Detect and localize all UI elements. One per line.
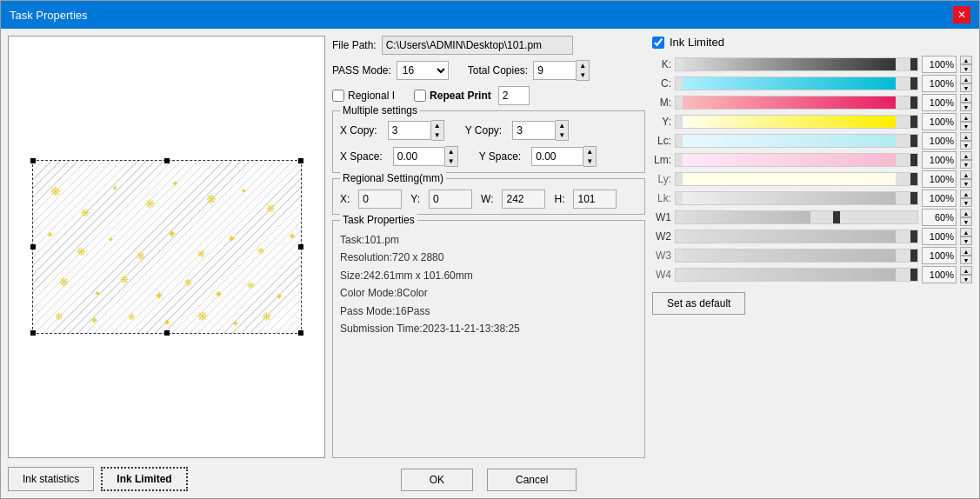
y-copy-up[interactable]: ▲ bbox=[556, 121, 568, 130]
ink-slider-track-lc[interactable] bbox=[675, 134, 918, 148]
ink-pct-input-y[interactable] bbox=[922, 113, 957, 130]
regional-print-checkbox[interactable] bbox=[332, 90, 344, 102]
ink-spinner-down-c[interactable]: ▼ bbox=[960, 83, 972, 92]
y-copy-down[interactable]: ▼ bbox=[556, 130, 568, 140]
ink-spinner-up-w2[interactable]: ▲ bbox=[960, 228, 972, 236]
ink-spinner-down-w1[interactable]: ▼ bbox=[960, 217, 972, 226]
ink-slider-track-m[interactable] bbox=[675, 96, 918, 110]
ink-spinner-down-m[interactable]: ▼ bbox=[960, 103, 972, 111]
ink-slider-thumb-lm[interactable] bbox=[910, 153, 917, 167]
svg-text:❋: ❋ bbox=[247, 281, 254, 290]
ink-pct-input-w2[interactable] bbox=[922, 228, 957, 245]
w-input[interactable] bbox=[502, 190, 545, 209]
ink-pct-input-w3[interactable] bbox=[922, 247, 957, 264]
h-input[interactable] bbox=[573, 190, 617, 209]
ink-spinner-down-ly[interactable]: ▼ bbox=[960, 179, 972, 188]
y-space-down[interactable]: ▼ bbox=[583, 156, 596, 166]
ok-button[interactable]: OK bbox=[401, 469, 473, 491]
corner-handle-mr[interactable] bbox=[298, 244, 303, 250]
x-space-up[interactable]: ▲ bbox=[445, 147, 457, 156]
ink-slider-thumb-w2[interactable] bbox=[910, 230, 917, 243]
cancel-button[interactable]: Cancel bbox=[487, 469, 577, 491]
ink-pct-input-m[interactable] bbox=[922, 94, 957, 111]
x-copy-up[interactable]: ▲ bbox=[431, 121, 443, 130]
x-space-input[interactable] bbox=[393, 147, 445, 166]
ink-slider-thumb-w1[interactable] bbox=[833, 210, 840, 224]
set-as-default-button[interactable]: Set as default bbox=[652, 292, 745, 315]
ink-spinner-up-lc[interactable]: ▲ bbox=[960, 132, 972, 141]
ink-spinner-up-lk[interactable]: ▲ bbox=[960, 190, 972, 198]
x-input[interactable] bbox=[358, 190, 402, 209]
ink-slider-thumb-lk[interactable] bbox=[910, 191, 917, 205]
ink-spinner-up-c[interactable]: ▲ bbox=[960, 75, 972, 83]
ink-slider-thumb-c[interactable] bbox=[910, 77, 917, 90]
repeat-print-input[interactable] bbox=[498, 86, 530, 105]
ink-spinner-up-k[interactable]: ▲ bbox=[960, 56, 972, 64]
ink-spinner-up-lm[interactable]: ▲ bbox=[960, 151, 972, 160]
ink-spinner-down-lm[interactable]: ▼ bbox=[960, 160, 972, 169]
y-copy-input[interactable] bbox=[512, 121, 556, 140]
corner-handle-tr[interactable] bbox=[298, 158, 303, 163]
repeat-print-checkbox[interactable] bbox=[414, 90, 426, 102]
ink-spinner-down-w3[interactable]: ▼ bbox=[960, 256, 972, 264]
corner-handle-tm[interactable] bbox=[164, 158, 170, 163]
ink-pct-input-lm[interactable] bbox=[922, 151, 957, 169]
y-space-up[interactable]: ▲ bbox=[583, 147, 596, 156]
ink-spinner-down-y[interactable]: ▼ bbox=[960, 122, 972, 130]
ink-slider-track-c[interactable] bbox=[675, 77, 918, 90]
ink-slider-track-w1[interactable] bbox=[675, 210, 918, 224]
corner-handle-bm[interactable] bbox=[164, 330, 170, 336]
ink-spinner-up-w4[interactable]: ▲ bbox=[960, 266, 972, 275]
ink-slider-track-lm[interactable] bbox=[675, 153, 918, 167]
ink-pct-input-lk[interactable] bbox=[922, 190, 957, 207]
ink-slider-track-w4[interactable] bbox=[675, 268, 918, 282]
ink-spinner-up-w3[interactable]: ▲ bbox=[960, 247, 972, 256]
ink-slider-thumb-ly[interactable] bbox=[910, 172, 917, 186]
total-copies-down[interactable]: ▼ bbox=[577, 70, 589, 80]
ink-spinner-up-m[interactable]: ▲ bbox=[960, 94, 972, 103]
file-path-input[interactable] bbox=[382, 36, 573, 55]
ink-slider-thumb-w4[interactable] bbox=[910, 268, 917, 282]
ink-slider-thumb-lc[interactable] bbox=[910, 134, 917, 148]
ink-slider-track-lk[interactable] bbox=[675, 191, 918, 205]
ink-limited-button[interactable]: Ink Limited bbox=[101, 467, 187, 491]
ink-pct-input-lc[interactable] bbox=[922, 132, 957, 150]
corner-handle-tl[interactable] bbox=[30, 158, 36, 163]
ink-spinner-up-ly[interactable]: ▲ bbox=[960, 170, 972, 179]
total-copies-up[interactable]: ▲ bbox=[577, 61, 589, 70]
corner-handle-ml[interactable] bbox=[30, 244, 36, 250]
ink-slider-track-y[interactable] bbox=[675, 115, 918, 129]
ink-pct-input-k[interactable] bbox=[922, 56, 957, 73]
ink-slider-thumb-y[interactable] bbox=[910, 115, 917, 129]
ink-slider-thumb-w3[interactable] bbox=[910, 249, 917, 263]
total-copies-input[interactable] bbox=[533, 61, 577, 80]
ink-spinner-down-lc[interactable]: ▼ bbox=[960, 141, 972, 150]
corner-handle-bl[interactable] bbox=[30, 330, 36, 336]
ink-limited-checkbox[interactable] bbox=[652, 37, 664, 49]
ink-pct-input-ly[interactable] bbox=[922, 170, 957, 188]
ink-slider-thumb-k[interactable] bbox=[910, 57, 917, 71]
y-input[interactable] bbox=[429, 190, 472, 209]
ink-slider-thumb-m[interactable] bbox=[910, 96, 917, 110]
ink-pct-input-c[interactable] bbox=[922, 75, 957, 92]
ink-slider-track-k[interactable] bbox=[675, 57, 918, 71]
ink-slider-track-w3[interactable] bbox=[675, 249, 918, 263]
y-space-input[interactable] bbox=[531, 147, 583, 166]
ink-spinner-down-lk[interactable]: ▼ bbox=[960, 198, 972, 207]
pass-mode-select[interactable]: 16 bbox=[397, 61, 449, 80]
ink-spinner-down-w4[interactable]: ▼ bbox=[960, 275, 972, 283]
ink-spinner-up-y[interactable]: ▲ bbox=[960, 113, 972, 122]
ink-spinner-up-w1[interactable]: ▲ bbox=[960, 209, 972, 217]
close-button[interactable]: ✕ bbox=[953, 6, 970, 23]
ink-pct-input-w4[interactable] bbox=[922, 266, 957, 283]
x-space-down[interactable]: ▼ bbox=[445, 156, 457, 166]
x-copy-down[interactable]: ▼ bbox=[431, 130, 443, 140]
ink-slider-track-ly[interactable] bbox=[675, 172, 918, 186]
x-copy-input[interactable] bbox=[388, 121, 431, 140]
corner-handle-br[interactable] bbox=[298, 330, 303, 336]
ink-pct-input-w1[interactable] bbox=[922, 209, 957, 226]
ink-spinner-down-k[interactable]: ▼ bbox=[960, 64, 972, 73]
ink-slider-track-w2[interactable] bbox=[675, 230, 918, 243]
ink-spinner-down-w2[interactable]: ▼ bbox=[960, 236, 972, 245]
ink-statistics-button[interactable]: Ink statistics bbox=[8, 467, 94, 491]
